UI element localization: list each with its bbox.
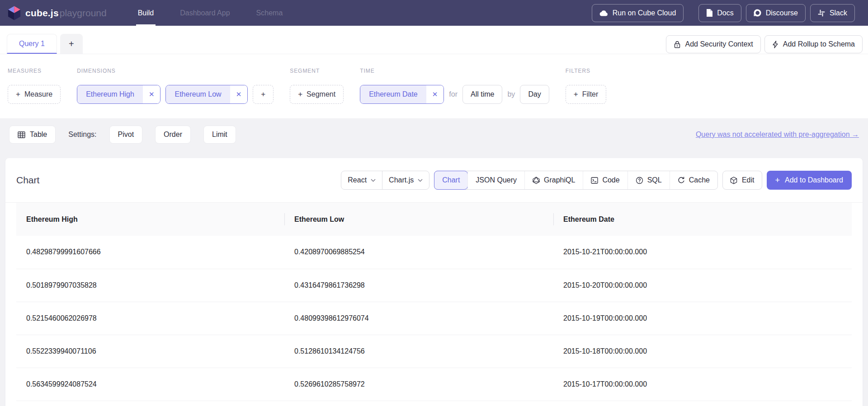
time-chip-ethereum-date[interactable]: Ethereum Date ✕ bbox=[360, 85, 444, 104]
tab-chart[interactable]: Chart bbox=[434, 171, 468, 190]
content-area: Chart React Chart.js Chart bbox=[0, 158, 868, 406]
filters-label: FILTERS bbox=[566, 68, 607, 75]
by-text: by bbox=[507, 90, 515, 98]
slack-icon bbox=[818, 9, 825, 17]
table-row: 0.5215460062026978 0.48099398612976074 2… bbox=[16, 302, 852, 335]
close-icon[interactable]: ✕ bbox=[230, 85, 248, 103]
cell-ethereum-low: 0.5128610134124756 bbox=[284, 335, 553, 368]
cubejs-playground: cube.jsplayground Build Dashboard App Sc… bbox=[0, 0, 868, 406]
chart-type-table-button[interactable]: Table bbox=[9, 126, 56, 144]
preaggregation-link[interactable]: Query was not accelerated with pre-aggre… bbox=[696, 131, 859, 139]
discourse-icon bbox=[754, 9, 761, 17]
add-dimension-button[interactable]: + bbox=[253, 85, 274, 104]
chart-card-title: Chart bbox=[16, 175, 39, 186]
cell-ethereum-date: 2015-10-18T00:00:00.000 bbox=[553, 335, 852, 368]
measures-section: MEASURES +Measure bbox=[8, 68, 61, 118]
cell-ethereum-date: 2015-10-17T00:00:00.000 bbox=[553, 368, 852, 401]
close-icon[interactable]: ✕ bbox=[426, 85, 444, 103]
dimension-chip-ethereum-low[interactable]: Ethereum Low ✕ bbox=[165, 85, 248, 104]
framework-library-selects: React Chart.js bbox=[341, 171, 429, 190]
cell-ethereum-high: 0.5522339940071106 bbox=[16, 335, 284, 368]
dimensions-section: DIMENSIONS Ethereum High ✕ Ethereum Low … bbox=[77, 68, 274, 118]
brand[interactable]: cube.jsplayground bbox=[7, 0, 107, 26]
add-segment-button[interactable]: +Segment bbox=[290, 85, 344, 104]
document-icon bbox=[706, 9, 712, 17]
add-measure-button[interactable]: +Measure bbox=[8, 85, 61, 104]
cloud-icon bbox=[599, 10, 608, 16]
segment-label: SEGMENT bbox=[290, 68, 344, 75]
edit-button[interactable]: Edit bbox=[722, 171, 762, 190]
discourse-button[interactable]: Discourse bbox=[746, 4, 806, 22]
chevron-down-icon bbox=[371, 179, 376, 182]
library-select[interactable]: Chart.js bbox=[382, 171, 429, 189]
measures-label: MEASURES bbox=[8, 68, 61, 75]
close-icon[interactable]: ✕ bbox=[143, 85, 160, 103]
query-tab-actions: Add Security Context Add Rollup to Schem… bbox=[666, 35, 863, 53]
docs-button[interactable]: Docs bbox=[698, 4, 741, 22]
add-query-tab-button[interactable]: + bbox=[60, 34, 83, 54]
pivot-button[interactable]: Pivot bbox=[109, 126, 143, 144]
tab-cache[interactable]: Cache bbox=[670, 171, 717, 189]
date-range-button[interactable]: All time bbox=[462, 85, 502, 104]
cell-ethereum-high: 0.5215460062026978 bbox=[16, 302, 284, 335]
cell-ethereum-high: 0.5634599924087524 bbox=[16, 368, 284, 401]
top-navbar: cube.jsplayground Build Dashboard App Sc… bbox=[0, 0, 868, 26]
tab-code[interactable]: Code bbox=[583, 171, 627, 189]
add-security-context-button[interactable]: Add Security Context bbox=[666, 35, 761, 53]
order-button[interactable]: Order bbox=[155, 126, 191, 144]
cell-ethereum-low: 0.4208970069885254 bbox=[284, 236, 553, 269]
cell-ethereum-date: 2015-10-21T00:00:00.000 bbox=[553, 236, 852, 269]
plus-icon: + bbox=[69, 39, 74, 49]
table-row: 0.48298799991607666 0.4208970069885254 2… bbox=[16, 236, 852, 269]
chart-toolbar: React Chart.js Chart JSON Query bbox=[341, 171, 852, 190]
code-icon bbox=[591, 177, 598, 184]
nav-tab-dashboard-app[interactable]: Dashboard App bbox=[180, 0, 230, 26]
cell-ethereum-low: 0.5269610285758972 bbox=[284, 368, 553, 401]
graphql-icon bbox=[533, 177, 540, 184]
time-section: TIME Ethereum Date ✕ for All time by Day bbox=[360, 68, 549, 118]
query-tabs-bar: Query 1 + Add Security Context Add Rollu… bbox=[0, 26, 868, 54]
query-builder: MEASURES +Measure DIMENSIONS Ethereum Hi… bbox=[0, 54, 868, 118]
settings-buttons: Pivot Order Limit bbox=[109, 126, 236, 144]
cell-ethereum-high: 0.5018979907035828 bbox=[16, 269, 284, 302]
nav-tab-build[interactable]: Build bbox=[138, 0, 154, 26]
cell-ethereum-date: 2015-10-20T00:00:00.000 bbox=[553, 269, 852, 302]
slack-button[interactable]: Slack bbox=[810, 4, 855, 22]
plus-icon: + bbox=[298, 90, 302, 99]
run-on-cube-cloud-button[interactable]: Run on Cube Cloud bbox=[592, 4, 684, 22]
dimension-chip-ethereum-high[interactable]: Ethereum High ✕ bbox=[77, 85, 160, 104]
cubejs-logo-icon bbox=[7, 5, 21, 21]
brand-name: cube.js bbox=[25, 8, 59, 18]
limit-button[interactable]: Limit bbox=[203, 126, 236, 144]
tab-graphiql[interactable]: GraphiQL bbox=[524, 171, 583, 189]
settings-band: Table Settings: Pivot Order Limit Query … bbox=[0, 118, 868, 158]
framework-select[interactable]: React bbox=[341, 171, 382, 189]
settings-label: Settings: bbox=[68, 131, 96, 139]
add-rollup-to-schema-button[interactable]: Add Rollup to Schema bbox=[764, 35, 863, 53]
cell-ethereum-low: 0.4316479861736298 bbox=[284, 269, 553, 302]
table-row: 0.5634599924087524 0.5269610285758972 20… bbox=[16, 368, 852, 401]
plus-icon: + bbox=[16, 90, 20, 99]
sync-icon bbox=[678, 177, 685, 184]
lock-icon bbox=[674, 41, 681, 48]
result-table: Ethereum High Ethereum Low Ethereum Date… bbox=[5, 203, 863, 401]
column-header-ethereum-high: Ethereum High bbox=[16, 203, 284, 236]
nav-actions: Run on Cube Cloud Docs Discourse Slack bbox=[592, 0, 855, 26]
add-filter-button[interactable]: +Filter bbox=[566, 85, 607, 104]
granularity-button[interactable]: Day bbox=[520, 85, 549, 104]
chart-view-switcher: Chart JSON Query GraphiQL Code SQL bbox=[434, 171, 718, 190]
tab-sql[interactable]: SQL bbox=[627, 171, 670, 189]
tab-json-query[interactable]: JSON Query bbox=[467, 171, 524, 189]
add-to-dashboard-button[interactable]: + Add to Dashboard bbox=[767, 171, 852, 190]
segment-section: SEGMENT +Segment bbox=[290, 68, 344, 118]
chart-card-header: Chart React Chart.js Chart bbox=[5, 158, 863, 203]
cube-edit-icon bbox=[730, 177, 737, 184]
nav-tab-schema[interactable]: Schema bbox=[256, 0, 283, 26]
column-header-ethereum-date: Ethereum Date bbox=[553, 203, 852, 236]
table-grid-icon bbox=[18, 131, 25, 138]
lightning-icon bbox=[772, 41, 778, 48]
tab-query-1[interactable]: Query 1 bbox=[7, 34, 57, 54]
question-circle-icon bbox=[636, 177, 643, 184]
plus-icon: + bbox=[261, 90, 265, 99]
table-row: 0.5522339940071106 0.5128610134124756 20… bbox=[16, 335, 852, 368]
